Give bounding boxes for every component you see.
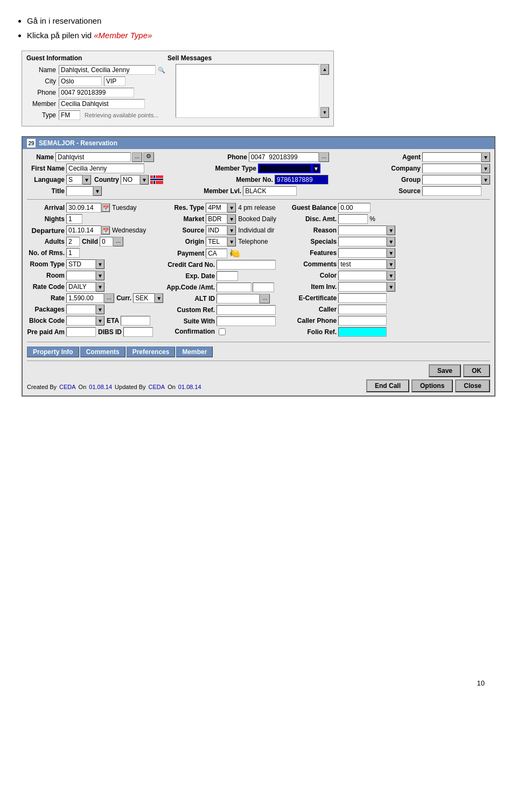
tab-property-info[interactable]: Property Info — [27, 347, 79, 357]
roomtype-ddl[interactable]: ▼ — [96, 259, 104, 269]
creditcard-field[interactable] — [216, 260, 276, 270]
payment-field[interactable] — [206, 249, 227, 258]
end-call-button[interactable]: End Call — [366, 379, 409, 392]
name-input[interactable] — [59, 65, 156, 75]
packages-ddl[interactable]: ▼ — [96, 305, 104, 314]
specials-field[interactable] — [338, 237, 387, 246]
folio-field[interactable] — [338, 327, 387, 337]
save-button[interactable]: Save — [429, 364, 461, 377]
roomtype-field[interactable] — [66, 259, 96, 269]
specials-ddl[interactable]: ▼ — [387, 237, 395, 246]
iteminv-field[interactable] — [338, 282, 387, 292]
curr-ddl[interactable]: ▼ — [155, 293, 163, 303]
market-field[interactable] — [206, 214, 227, 224]
departure-field[interactable] — [66, 225, 101, 235]
group-field[interactable] — [422, 175, 481, 185]
features-ddl[interactable]: ▼ — [387, 248, 395, 258]
origin-field[interactable] — [206, 237, 227, 246]
dibsid-field[interactable] — [123, 327, 153, 337]
restype-field[interactable] — [206, 203, 227, 213]
ecert-field[interactable] — [338, 293, 387, 303]
type-input[interactable] — [59, 110, 80, 120]
curr-field[interactable] — [133, 293, 155, 303]
rate-btn[interactable]: ... — [104, 293, 114, 303]
source2-ddl[interactable]: ▼ — [227, 225, 236, 235]
source2-field[interactable] — [206, 225, 227, 235]
country-field[interactable] — [121, 175, 140, 185]
color-ddl[interactable]: ▼ — [387, 271, 395, 280]
name-field[interactable] — [55, 152, 131, 162]
tab-preferences[interactable]: Preferences — [127, 347, 176, 357]
iteminv-ddl[interactable]: ▼ — [387, 282, 395, 292]
close-button[interactable]: Close — [455, 379, 490, 392]
departure-calendar[interactable]: 📅 — [101, 226, 110, 235]
nights-field[interactable] — [66, 214, 82, 224]
restype-ddl[interactable]: ▼ — [227, 203, 236, 213]
eta-field[interactable] — [121, 316, 150, 326]
appcode-field2[interactable] — [253, 283, 274, 292]
country-ddl[interactable]: ▼ — [140, 175, 149, 185]
ratecode-field[interactable] — [66, 282, 96, 292]
expdate-field[interactable] — [216, 271, 238, 281]
membertype-ddl[interactable]: ▼ — [312, 164, 320, 173]
memberlvl-field[interactable] — [243, 186, 297, 196]
customref-field[interactable] — [216, 305, 276, 315]
comments-ddl[interactable]: ▼ — [387, 259, 395, 269]
company-ddl[interactable]: ▼ — [481, 164, 490, 173]
blockcode-field[interactable] — [66, 316, 96, 326]
packages-field[interactable] — [66, 305, 96, 314]
ratecode-ddl[interactable]: ▼ — [96, 282, 104, 292]
phone-input[interactable] — [59, 88, 134, 97]
source-field[interactable] — [422, 186, 481, 196]
origin-ddl[interactable]: ▼ — [227, 237, 236, 246]
phone-field[interactable] — [249, 152, 319, 162]
language-field[interactable] — [66, 175, 82, 185]
discamt-field[interactable] — [338, 214, 368, 224]
reason-ddl[interactable]: ▼ — [387, 225, 395, 235]
ok-button[interactable]: OK — [463, 364, 490, 377]
tab-member[interactable]: Member — [176, 347, 213, 357]
sell-scroll-up[interactable]: ▲ — [320, 64, 329, 75]
vip-input[interactable] — [104, 76, 125, 86]
color-field[interactable] — [338, 271, 387, 280]
child-btn[interactable]: ... — [113, 237, 123, 246]
room-field[interactable] — [66, 271, 96, 280]
features-field[interactable] — [338, 248, 387, 258]
title-ddl[interactable]: ▼ — [93, 186, 102, 196]
name-dots-btn[interactable]: ... — [132, 152, 142, 162]
memberno-field[interactable] — [275, 175, 329, 185]
prepaid-field[interactable] — [66, 327, 96, 337]
guestbal-field[interactable] — [338, 203, 371, 213]
group-ddl[interactable]: ▼ — [481, 175, 490, 185]
phone-btn[interactable]: ... — [319, 152, 329, 162]
appcode-field[interactable] — [216, 283, 251, 292]
callerphone-field[interactable] — [338, 316, 387, 326]
firstname-field[interactable] — [66, 164, 144, 173]
name-icon-btn[interactable]: ⚙ — [143, 152, 154, 162]
guest-icon[interactable]: 🔍 — [158, 67, 165, 74]
language-ddl[interactable]: ▼ — [82, 175, 91, 185]
blockcode-ddl[interactable]: ▼ — [96, 316, 104, 326]
comments-field[interactable] — [338, 259, 387, 269]
child-field[interactable] — [100, 237, 113, 246]
suitewith-field[interactable] — [216, 316, 276, 326]
arrival-field[interactable] — [66, 203, 101, 213]
arrival-calendar[interactable]: 📅 — [101, 203, 110, 212]
room-ddl[interactable]: ▼ — [96, 271, 104, 280]
options-button[interactable]: Options — [411, 379, 453, 392]
market-ddl[interactable]: ▼ — [227, 214, 236, 224]
payment-icon[interactable]: 🍋 — [229, 248, 240, 258]
agent-ddl[interactable]: ▼ — [481, 152, 490, 162]
altid-field[interactable] — [216, 294, 260, 303]
membertype-field[interactable] — [258, 164, 312, 173]
rate-field[interactable] — [66, 293, 104, 303]
altid-btn[interactable]: ... — [260, 294, 270, 303]
adults-field[interactable] — [66, 237, 80, 246]
reason-field[interactable] — [338, 225, 387, 235]
tab-comments[interactable]: Comments — [80, 347, 125, 357]
agent-field[interactable] — [422, 152, 481, 162]
member-input[interactable] — [59, 99, 145, 109]
caller-field[interactable] — [338, 305, 387, 314]
noroms-field[interactable] — [66, 248, 80, 258]
company-field[interactable] — [422, 164, 481, 173]
